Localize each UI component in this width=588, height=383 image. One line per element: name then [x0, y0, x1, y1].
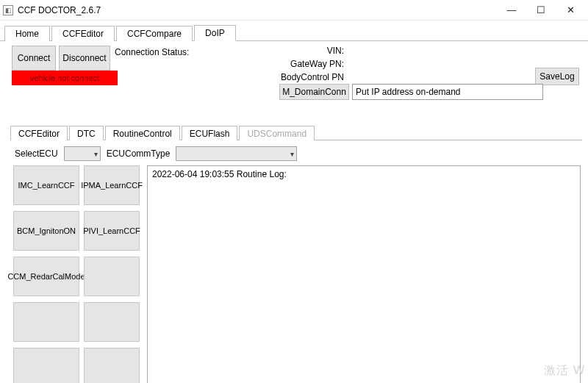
tab-ccfcompare[interactable]: CCFCompare: [116, 26, 193, 41]
routine-btn-empty-9[interactable]: [13, 348, 79, 383]
chevron-down-icon: ▾: [94, 150, 98, 158]
main-tabstrip: Home CCFEditor CCFCompare DoIP: [0, 25, 588, 41]
select-row: SelectECU ▾ ECUCommType ▾: [0, 140, 588, 165]
domain-conn-button[interactable]: M_DomainConn: [279, 84, 349, 100]
window-title: CCF DOCTOR_2.6.7: [18, 5, 101, 15]
bodycontrol-label: BodyControl PN: [279, 71, 347, 84]
selectecu-label: SelectECU: [15, 148, 58, 159]
close-button[interactable]: ✕: [556, 0, 585, 21]
routine-log-text: 2022-06-04 19:03:55 Routine Log:: [152, 169, 287, 179]
subtab-dtc[interactable]: DTC: [69, 126, 104, 140]
subtab-udscommand[interactable]: UDSCommand: [239, 126, 315, 140]
subtab-ecuflash[interactable]: ECUFlash: [182, 126, 238, 140]
ip-address-input[interactable]: [352, 84, 543, 100]
routine-btn-empty-8[interactable]: [84, 302, 140, 342]
selectecu-combo[interactable]: ▾: [64, 146, 101, 161]
savelog-button[interactable]: SaveLog: [535, 68, 579, 85]
subtab-ccfeditor[interactable]: CCFEditor: [10, 126, 68, 140]
subtab-routinecontrol[interactable]: RoutineControl: [105, 126, 180, 140]
vin-label: VIN:: [279, 44, 347, 57]
routine-btn-bcm-ignitonon[interactable]: BCM_IgnitonON: [13, 211, 79, 251]
routine-btn-ccm-redarcalmode[interactable]: CCM_RedarCalMode: [13, 257, 79, 296]
maximize-button[interactable]: ☐: [526, 0, 556, 21]
ecucommtype-label: ECUCommType: [107, 148, 171, 159]
tab-doip[interactable]: DoIP: [194, 25, 236, 41]
routine-body: IMC_LearnCCF IPMA_LearnCCF BCM_IgnitonON…: [0, 165, 588, 383]
minimize-button[interactable]: —: [497, 0, 526, 21]
routine-btn-empty-10[interactable]: [84, 348, 140, 383]
connect-button[interactable]: Connect: [12, 46, 56, 71]
app-icon: ◧: [3, 5, 13, 15]
routine-btn-pivi-learnccf[interactable]: PIVI_LearnCCF: [84, 211, 140, 251]
routine-btn-ipma-learnccf[interactable]: IPMA_LearnCCF: [84, 165, 140, 205]
connection-status-label: Connection Status:: [115, 47, 189, 57]
routine-log[interactable]: 2022-06-04 19:03:55 Routine Log:: [147, 165, 581, 383]
savelog-container: SaveLog: [535, 68, 579, 85]
routine-button-grid: IMC_LearnCCF IPMA_LearnCCF BCM_IgnitonON…: [13, 165, 140, 383]
sub-tabstrip: CCFEditor DTC RoutineControl ECUFlash UD…: [10, 125, 582, 140]
connection-error-banner: vehicle not connect: [12, 71, 118, 85]
disconnect-button[interactable]: Disconnect: [59, 46, 110, 71]
routine-btn-empty-6[interactable]: [84, 257, 140, 296]
routine-btn-empty-7[interactable]: [13, 302, 79, 342]
ecucommtype-combo[interactable]: ▾: [176, 146, 297, 161]
tab-ccfeditor[interactable]: CCFEditor: [51, 26, 115, 41]
tab-home[interactable]: Home: [4, 26, 50, 41]
title-bar: ◧ CCF DOCTOR_2.6.7 — ☐ ✕: [0, 0, 588, 21]
connection-panel: Connect Disconnect Connection Status: ve…: [0, 41, 588, 99]
domain-row: M_DomainConn: [279, 84, 543, 100]
gateway-label: GateWay PN:: [279, 57, 347, 71]
routine-btn-imc-learnccf[interactable]: IMC_LearnCCF: [13, 165, 79, 205]
vehicle-info: VIN: GateWay PN: BodyControl PN: [279, 44, 347, 84]
chevron-down-icon: ▾: [290, 150, 294, 158]
